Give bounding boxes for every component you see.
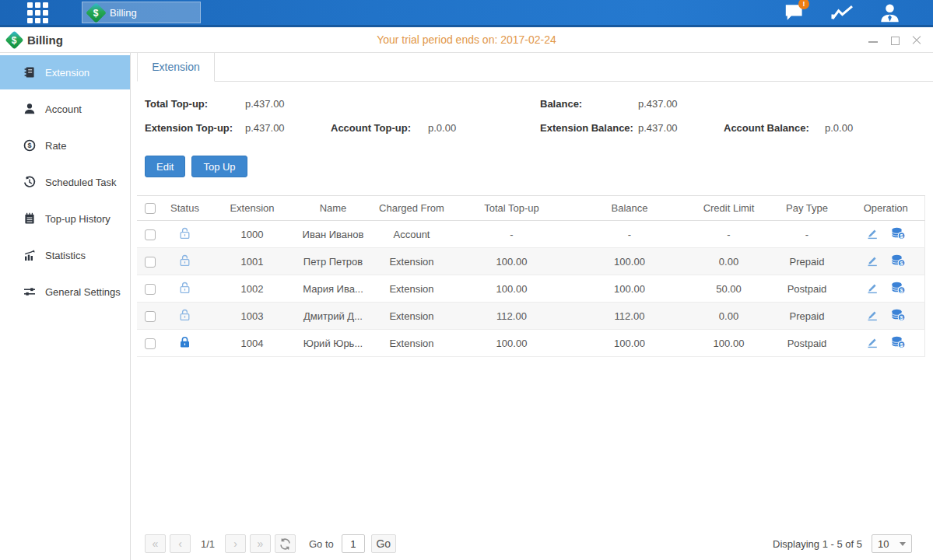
- sidebar-item-label: Rate: [45, 140, 66, 152]
- select-all-checkbox[interactable]: [145, 203, 156, 214]
- refresh-button[interactable]: [275, 534, 296, 553]
- topbar-icons: !: [782, 0, 902, 25]
- cell-extension: 1003: [206, 303, 298, 330]
- billing-app-icon: $: [86, 2, 107, 23]
- table-header-row: Status Extension Name Charged From Total…: [137, 196, 924, 221]
- first-page-button[interactable]: «: [145, 534, 166, 553]
- total-topup-value: p.437.00: [245, 98, 285, 110]
- cell-charged-from: Account: [368, 221, 455, 248]
- bar-chart-icon: [23, 249, 36, 261]
- page-indicator: 1/1: [195, 538, 221, 550]
- cell-extension: 1002: [206, 275, 298, 303]
- status-unlocked-icon[interactable]: [179, 227, 191, 242]
- sidebar: Extension Account $ Rate Scheduled Task …: [0, 53, 131, 560]
- extension-balance-value: p.437.00: [638, 122, 724, 134]
- cell-total-topup: 100.00: [455, 330, 568, 357]
- tab-strip: Extension: [137, 53, 933, 82]
- status-unlocked-icon[interactable]: [179, 282, 191, 296]
- edit-row-icon[interactable]: [866, 309, 879, 324]
- table-row: 1003 Дмитрий Д... Extension 112.00 112.0…: [137, 303, 924, 330]
- row-checkbox[interactable]: [145, 338, 156, 349]
- sidebar-item-topup-history[interactable]: Top-up History: [0, 201, 130, 236]
- cell-credit-limit: 0.00: [691, 248, 766, 275]
- edit-button[interactable]: Edit: [145, 156, 185, 177]
- cell-credit-limit: 50.00: [691, 275, 766, 303]
- top-up-row-icon[interactable]: $: [891, 254, 906, 269]
- cell-total-topup: -: [455, 221, 568, 248]
- top-up-row-icon[interactable]: $: [891, 309, 906, 324]
- close-button[interactable]: [911, 35, 922, 46]
- messages-icon[interactable]: !: [782, 2, 807, 23]
- account-topup-value: p.0.00: [428, 122, 456, 134]
- status-unlocked-icon[interactable]: [179, 254, 191, 269]
- column-header-charged-from: Charged From: [368, 196, 455, 221]
- sliders-icon: [23, 285, 36, 298]
- cell-name: Дмитрий Д...: [298, 303, 368, 330]
- next-page-button[interactable]: ›: [225, 534, 246, 553]
- taskbar-item-billing[interactable]: $ Billing: [82, 2, 201, 23]
- go-button[interactable]: Go: [371, 534, 396, 553]
- cell-extension: 1004: [206, 330, 298, 357]
- topbar: $ Billing !: [0, 0, 933, 27]
- sidebar-item-label: Top-up History: [45, 213, 110, 225]
- top-up-row-icon[interactable]: $: [891, 336, 906, 351]
- sidebar-item-account[interactable]: Account: [0, 92, 130, 126]
- goto-page-input[interactable]: [342, 534, 365, 553]
- row-checkbox[interactable]: [145, 311, 156, 322]
- top-up-button[interactable]: Top Up: [191, 156, 247, 177]
- trial-notice: Your trial period ends on: 2017-02-24: [377, 33, 556, 46]
- table-row: 1004 Юрий Юрь... Extension 100.00 100.00…: [137, 330, 924, 357]
- prev-page-button[interactable]: ‹: [170, 534, 191, 553]
- cell-name: Петр Петров: [298, 248, 368, 275]
- cell-credit-limit: -: [691, 221, 766, 248]
- minimize-button[interactable]: [868, 35, 879, 46]
- sidebar-item-extension[interactable]: Extension: [0, 55, 130, 89]
- table-row: 1000 Иван Иванов Account - - - - $: [137, 221, 924, 248]
- refresh-icon: [279, 538, 291, 550]
- sidebar-item-statistics[interactable]: Statistics: [0, 238, 130, 272]
- sidebar-item-rate[interactable]: $ Rate: [0, 128, 130, 163]
- sidebar-item-general-settings[interactable]: General Settings: [0, 275, 130, 309]
- user-icon[interactable]: [877, 2, 902, 23]
- row-checkbox[interactable]: [145, 257, 156, 268]
- edit-row-icon[interactable]: [866, 282, 879, 296]
- person-icon: [23, 103, 36, 115]
- column-header-operation: Operation: [847, 196, 924, 221]
- status-locked-icon[interactable]: [179, 336, 191, 351]
- extension-balance-label: Extension Balance:: [540, 122, 638, 134]
- balance-label: Balance:: [540, 98, 638, 110]
- displaying-count: Displaying 1 - 5 of 5: [773, 538, 862, 550]
- sidebar-item-scheduled-task[interactable]: Scheduled Task: [0, 165, 130, 199]
- account-balance-label: Account Balance:: [724, 122, 825, 134]
- ledger-icon: [23, 66, 36, 79]
- resource-monitor-icon[interactable]: [830, 2, 854, 23]
- cell-pay-type: Prepaid: [766, 303, 847, 330]
- main-content: Extension Total Top-up: p.437.00 Extensi…: [131, 53, 933, 560]
- top-up-row-icon[interactable]: $: [891, 227, 906, 242]
- top-up-row-icon[interactable]: $: [891, 282, 906, 296]
- edit-row-icon[interactable]: [866, 336, 879, 351]
- window-titlebar: $ Billing Your trial period ends on: 201…: [0, 27, 933, 53]
- edit-row-icon[interactable]: [866, 227, 879, 242]
- column-header-balance: Balance: [568, 196, 691, 221]
- cell-balance: 100.00: [568, 330, 691, 357]
- tab-extension[interactable]: Extension: [137, 53, 215, 82]
- extension-table: Status Extension Name Charged From Total…: [137, 195, 925, 357]
- maximize-button[interactable]: [889, 35, 900, 46]
- action-buttons: Edit Top Up: [145, 156, 933, 177]
- row-checkbox[interactable]: [145, 284, 156, 295]
- goto-label: Go to: [309, 538, 334, 550]
- last-page-button[interactable]: »: [250, 534, 271, 553]
- row-checkbox[interactable]: [145, 229, 156, 240]
- status-unlocked-icon[interactable]: [179, 309, 191, 324]
- column-header-status: Status: [163, 196, 206, 221]
- edit-row-icon[interactable]: [866, 254, 879, 269]
- app-launcher-icon[interactable]: [27, 2, 48, 23]
- sidebar-item-label: Extension: [45, 67, 89, 79]
- cell-balance: -: [568, 221, 691, 248]
- cell-charged-from: Extension: [368, 275, 455, 303]
- cell-pay-type: -: [766, 221, 847, 248]
- column-header-extension: Extension: [206, 196, 298, 221]
- summary-panel: Total Top-up: p.437.00 Extension Top-up:…: [145, 82, 933, 140]
- page-size-select[interactable]: 10: [872, 534, 912, 553]
